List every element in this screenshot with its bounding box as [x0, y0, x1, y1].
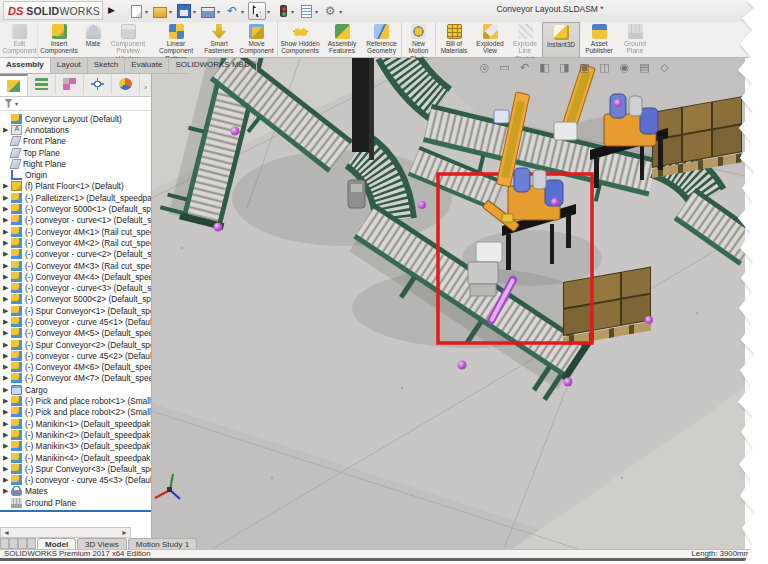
tree-item[interactable]: ▶ Right Plane [0, 158, 151, 169]
show-hidden-components-button[interactable]: Show Hidden Components ⌄ [278, 22, 322, 57]
tree-item[interactable]: ▶ (-) Manikin<1> (Default_speedpak) [0, 418, 151, 429]
featuremanager-tab[interactable] [0, 74, 28, 96]
viewport-3d-scene[interactable]: ◎ ▭ ↶ ◧ ◨ ▣ ◫ ◉ ▤ ◇ [152, 58, 745, 549]
tree-item[interactable]: ▶ Annotations [0, 124, 151, 135]
zoom-to-fit-icon[interactable]: ◎ [478, 61, 491, 74]
tree-item[interactable]: ▶ (-) conveyor - curve<3> (Default_speed… [0, 282, 151, 293]
dropdown-arrow-icon[interactable]: ▾ [217, 8, 220, 15]
tree-item[interactable]: ▶ (-) Pick and place robot<2> (Small_spe… [0, 407, 151, 418]
apply-scene-icon[interactable]: ▤ [638, 61, 651, 74]
view-settings-icon[interactable]: ◇ [658, 61, 671, 74]
tree-item[interactable]: ▶ (-) Manikin<4> (Default_speedpak) [0, 452, 151, 463]
dropdown-arrow-icon[interactable]: ▾ [315, 8, 318, 15]
scroll-left-icon[interactable]: ◄ [1, 529, 12, 536]
smart-fasteners-button[interactable]: Smart Fasteners ⌄ [202, 22, 236, 57]
panel-tabs-overflow-icon[interactable]: › [144, 83, 151, 96]
filter-dropdown-icon[interactable]: ▾ [15, 100, 18, 107]
assembly-features-button[interactable]: Assembly Features ⌄ [322, 22, 362, 57]
expand-arrow-icon[interactable]: ▶ [3, 420, 11, 428]
tree-item[interactable]: ▶ (f) Plant Floor<1> (Default) [0, 181, 151, 192]
scroll-right-icon[interactable]: ► [119, 529, 130, 536]
dropdown-arrow-icon[interactable]: ▾ [193, 8, 196, 15]
tree-item[interactable]: ▶ (-) conveyor - curve 45<2> (Default_sp… [0, 350, 151, 361]
new-document-icon[interactable] [128, 3, 144, 19]
dimxpertmanager-tab[interactable] [84, 74, 112, 94]
zoom-to-area-icon[interactable]: ▭ [498, 61, 511, 74]
print-icon[interactable] [200, 3, 216, 19]
displaymanager-tab[interactable] [112, 74, 140, 94]
open-icon[interactable] [152, 3, 168, 19]
save-icon[interactable] [176, 3, 192, 19]
panel-horizontal-scrollbar[interactable]: ◄ ► [0, 527, 131, 538]
bill-of-materials-button[interactable]: Bill of Materials ⌄ [436, 22, 472, 57]
panel-splitter[interactable] [0, 510, 151, 512]
tree-item[interactable]: ▶ (-) Spur Conveyor<2> (Default_speedpak… [0, 339, 151, 350]
tree-item[interactable]: ▶ (-) Conveyor 4M<6> (Default_speedpak) [0, 362, 151, 373]
tree-item[interactable]: ▶ Conveyor Layout (Default) [0, 113, 151, 124]
tree-item[interactable]: ▶ (-) conveyor - curve<1> (Default_speed… [0, 215, 151, 226]
linear-component-pattern-button[interactable]: Linear Component Pattern ⌄ [150, 22, 202, 57]
expand-arrow-icon[interactable]: ▶ [3, 205, 11, 213]
tree-item[interactable]: ▶ (-) Pick and place robot<1> (Small_spe… [0, 395, 151, 406]
dropdown-arrow-icon[interactable]: ▾ [145, 8, 148, 15]
hide-show-items-icon[interactable]: ◫ [598, 61, 611, 74]
propertymanager-tab[interactable] [28, 74, 56, 94]
expand-arrow-icon[interactable]: ▶ [3, 397, 11, 405]
select-cursor-icon[interactable] [248, 2, 266, 20]
tree-filter[interactable]: ▾ [0, 96, 151, 111]
tree-item[interactable]: ▶ Top Plane [0, 147, 151, 158]
display-style-icon[interactable]: ▣ [578, 61, 591, 74]
expand-arrow-icon[interactable]: ▶ [3, 341, 11, 349]
tree-item[interactable]: ▶ (-) Conveyor 4M<3> (Rail cut_speedpak) [0, 260, 151, 271]
reference-geometry-button[interactable]: Reference Geometry ⌄ [362, 22, 402, 57]
tree-item[interactable]: ▶ (-) Palletizer<1> (Default_speedpak) [0, 192, 151, 203]
expand-arrow-icon[interactable]: ▶ [3, 363, 11, 371]
previous-view-icon[interactable]: ↶ [518, 61, 531, 74]
expand-arrow-icon[interactable]: ▶ [3, 250, 11, 258]
expand-arrow-icon[interactable]: ▶ [3, 307, 11, 315]
tree-item[interactable]: ▶ (-) Spur Conveyor<3> (Default_speedpak… [0, 463, 151, 474]
menu-flyout-arrow-icon[interactable]: ▶ [108, 5, 115, 15]
view-orientation-icon[interactable]: ◨ [558, 61, 571, 74]
tree-item[interactable]: ▶ (-) Manikin<3> (Default_speedpak) [0, 441, 151, 452]
window-splitter-controls[interactable] [0, 538, 36, 549]
asset-publisher-button[interactable]: Asset Publisher ⌄ [580, 22, 618, 57]
tree-item[interactable]: ▶ Front Plane [0, 136, 151, 147]
dropdown-arrow-icon[interactable]: ▾ [339, 8, 342, 15]
expand-arrow-icon[interactable]: ▶ [3, 284, 11, 292]
dropdown-arrow-icon[interactable]: ▾ [241, 8, 244, 15]
expand-arrow-icon[interactable]: ▶ [3, 239, 11, 247]
mate-button[interactable]: Mate ⌄ [80, 22, 106, 57]
command-tab[interactable]: Sketch [88, 58, 125, 73]
expand-arrow-icon[interactable]: ▶ [3, 329, 11, 337]
expand-arrow-icon[interactable]: ▶ [3, 262, 11, 270]
tree-item[interactable]: ▶ (-) Conveyor 5000<1> (Default_speedpak… [0, 203, 151, 214]
tree-item[interactable]: ▶ Ground Plane [0, 497, 151, 508]
instant3d-button[interactable]: Instant3D ⌄ [542, 22, 580, 57]
expand-arrow-icon[interactable]: ▶ [3, 273, 11, 281]
tree-item[interactable]: ▶ Mates [0, 486, 151, 497]
move-component-button[interactable]: Move Component ⌄ [236, 22, 278, 57]
expand-arrow-icon[interactable]: ▶ [3, 487, 11, 495]
expand-arrow-icon[interactable]: ▶ [3, 476, 11, 484]
configurationmanager-tab[interactable] [56, 74, 84, 94]
section-view-icon[interactable]: ◧ [538, 61, 551, 74]
undo-icon[interactable]: ↶ [224, 3, 240, 19]
expand-arrow-icon[interactable]: ▶ [3, 454, 11, 462]
expand-arrow-icon[interactable]: ▶ [3, 408, 11, 416]
expand-arrow-icon[interactable]: ▶ [3, 352, 11, 360]
rebuild-icon[interactable] [274, 3, 290, 19]
tree-item[interactable]: ▶ (-) conveyor - curve 45<1> (Default_sp… [0, 316, 151, 327]
expand-arrow-icon[interactable]: ▶ [3, 465, 11, 473]
command-tab[interactable]: Evaluate [125, 58, 169, 73]
expand-arrow-icon[interactable]: ▶ [3, 318, 11, 326]
tree-item[interactable]: ▶ Origin [0, 169, 151, 180]
command-tab[interactable]: SOLIDWORKS MBD [169, 58, 256, 73]
expand-arrow-icon[interactable]: ▶ [3, 431, 11, 439]
expand-arrow-icon[interactable]: ▶ [3, 228, 11, 236]
file-properties-icon[interactable] [298, 3, 314, 19]
tree-item[interactable]: ▶ (-) Conveyor 4M<1> (Rail cut_speedpak) [0, 226, 151, 237]
command-tab[interactable]: Assembly [0, 58, 51, 73]
expand-arrow-icon[interactable]: ▶ [3, 126, 11, 134]
tree-item[interactable]: ▶ Cargo [0, 384, 151, 395]
